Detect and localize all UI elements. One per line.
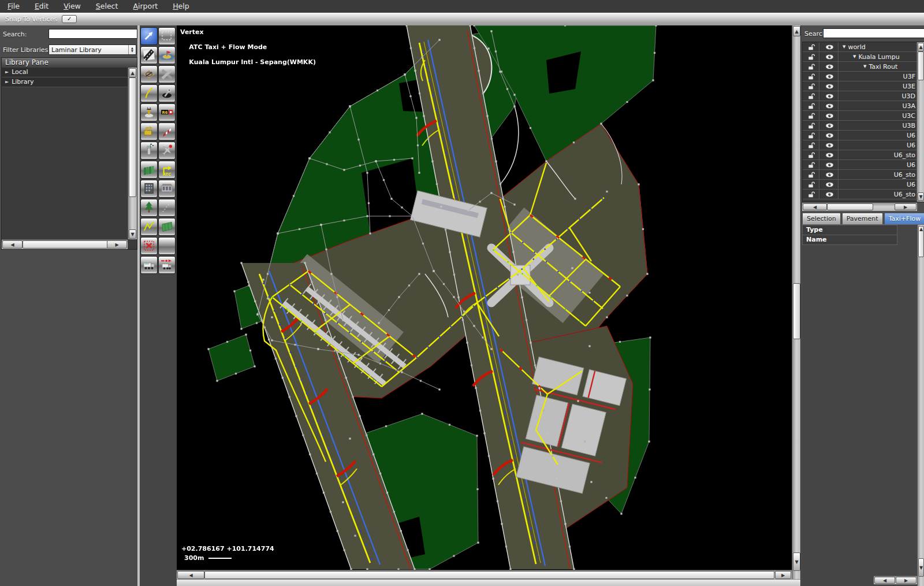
scroll-up-button[interactable]: ▲ [129, 68, 136, 77]
visibility-toggle[interactable] [820, 140, 839, 150]
menu-help[interactable]: Help [165, 0, 197, 13]
lock-toggle[interactable] [803, 121, 820, 130]
hierarchy-row-u6-sto[interactable]: U6_sto [803, 190, 917, 199]
visibility-toggle[interactable] [820, 150, 839, 160]
runway-tool[interactable] [140, 46, 158, 64]
lock-toggle[interactable] [803, 160, 820, 169]
scroll-right-button[interactable]: ▶ [107, 240, 127, 249]
expanded-arrow-icon[interactable]: ▼ [843, 44, 845, 49]
lock-toggle[interactable] [803, 180, 820, 189]
hierarchy-row-u6[interactable]: U6 [803, 160, 917, 170]
hierarchy-row-taxi-rout[interactable]: ▼Taxi Rout [803, 62, 917, 72]
expanded-arrow-icon[interactable]: ▼ [853, 54, 856, 59]
forest-tool[interactable] [140, 199, 158, 217]
scroll-down-button[interactable]: ▼ [793, 552, 800, 571]
scroll-right-button[interactable]: ▶ [895, 203, 916, 210]
lock-toggle[interactable] [803, 52, 820, 61]
lock-toggle[interactable] [803, 140, 820, 150]
tab-pavement[interactable]: Pavement [842, 213, 883, 224]
visibility-toggle[interactable] [820, 42, 839, 51]
lock-toggle[interactable] [803, 111, 820, 120]
light-fixture-tool[interactable] [140, 103, 158, 121]
exclusion-zone-tool[interactable] [140, 237, 158, 255]
hierarchy-row-u3c[interactable]: U3C [803, 111, 917, 121]
scroll-right-button[interactable]: ▶ [775, 571, 791, 579]
sign-tool[interactable]: R6 [158, 103, 176, 121]
snap-to-vertices-checkbox[interactable]: ✓ [62, 15, 77, 23]
vscroll-thumb[interactable] [918, 51, 924, 80]
hierarchy-row-u3b[interactable]: U3B [803, 121, 917, 131]
lock-toggle[interactable] [803, 131, 820, 140]
menu-airport[interactable]: Airport [125, 0, 165, 13]
scroll-down-button[interactable]: ▼ [918, 558, 924, 577]
tab-taxi-flow[interactable]: Taxi+Flow [884, 213, 924, 224]
hierarchy-row-u6-sto[interactable]: U6_sto [803, 150, 917, 160]
hscroll-thumb[interactable] [827, 203, 873, 210]
lock-toggle[interactable] [803, 101, 820, 110]
hierarchy-row-u6-sto[interactable]: U6_sto [803, 170, 917, 180]
lock-toggle[interactable] [803, 81, 820, 91]
scroll-up-button[interactable]: ▲ [793, 26, 800, 36]
lock-toggle[interactable] [803, 170, 820, 179]
menu-file[interactable]: File [0, 0, 27, 13]
hierarchy-row-u6[interactable]: U6 [803, 180, 917, 190]
library-tree-item-local[interactable]: ►Local [2, 68, 128, 77]
library-search-input[interactable] [49, 29, 137, 39]
expanded-arrow-icon[interactable]: ▼ [863, 64, 866, 69]
hscroll-thumb[interactable] [204, 571, 774, 579]
visibility-toggle[interactable] [820, 131, 839, 140]
collapsed-arrow-icon[interactable]: ► [5, 77, 9, 87]
visibility-toggle[interactable] [820, 81, 839, 91]
dropdown-spinner-icon[interactable]: ▲▼ [128, 45, 136, 54]
hierarchy-row-u3a[interactable]: U3A [803, 101, 917, 111]
hierarchy-row-u3d[interactable]: U3D [803, 91, 917, 101]
vscroll-thumb[interactable]: ▲ [918, 226, 924, 257]
lock-toggle[interactable] [803, 72, 820, 81]
hierarchy-hscrollbar[interactable]: ◀ ▶ [802, 202, 917, 211]
scroll-left-button[interactable]: ◀ [2, 240, 23, 249]
hole-tool[interactable] [158, 84, 176, 102]
lock-toggle[interactable] [803, 91, 820, 101]
visibility-toggle[interactable] [820, 101, 839, 110]
filter-libraries-dropdown[interactable]: Laminar Library ▲▼ [49, 44, 136, 55]
hierarchy-row-u6[interactable]: U6 [803, 131, 917, 140]
draped-polygon-tool[interactable] [158, 218, 176, 236]
scroll-left-button[interactable]: ◀ [803, 203, 827, 210]
visibility-toggle[interactable] [820, 190, 839, 199]
visibility-toggle[interactable] [820, 170, 839, 179]
inspector-hscrollbar[interactable]: ◀ ▶ [874, 576, 917, 584]
visibility-toggle[interactable] [820, 160, 839, 169]
helipad-tool[interactable] [140, 65, 158, 83]
scroll-right-button[interactable]: ▶ [896, 577, 916, 584]
marquee-tool[interactable] [158, 27, 176, 45]
tab-selection[interactable]: Selection [802, 213, 841, 224]
sealane-tool[interactable] [158, 46, 176, 64]
scroll-down-button[interactable]: ▼ [129, 229, 136, 239]
hierarchy-vscrollbar[interactable]: ▲ ▼ [916, 42, 924, 202]
hierarchy-row-u3f[interactable]: U3F [803, 72, 917, 81]
hscroll-thumb[interactable] [23, 240, 108, 249]
visibility-toggle[interactable] [820, 52, 839, 61]
hierarchy-search-input[interactable] [823, 28, 924, 38]
map-canvas[interactable]: Vertex ATC Taxi + Flow Mode Kuala Lumpur… [177, 25, 792, 570]
facade-tool[interactable] [140, 161, 158, 179]
ramp-start-tool[interactable] [140, 123, 158, 140]
map-vscrollbar[interactable]: ▲ ▼ [792, 25, 801, 579]
string-tool[interactable] [158, 199, 176, 217]
hierarchy-row-world[interactable]: ▼world [803, 42, 917, 52]
map-hscrollbar[interactable]: ◀ ▶ [177, 570, 792, 580]
menu-select[interactable]: Select [88, 0, 126, 13]
ramp-aircraft-tool[interactable] [158, 142, 176, 160]
truck-parking-tool[interactable] [140, 256, 158, 274]
visibility-toggle[interactable] [820, 62, 839, 71]
building-tool[interactable] [140, 180, 158, 198]
lock-toggle[interactable] [803, 150, 820, 160]
library-tree-item-library[interactable]: ►Library [2, 77, 128, 87]
vscroll-thumb[interactable] [793, 283, 800, 339]
vertex-tool[interactable] [140, 27, 158, 45]
visibility-toggle[interactable] [820, 111, 839, 120]
windsock-tool[interactable] [158, 123, 176, 140]
airport-line-tool[interactable] [140, 84, 158, 102]
scroll-down-button[interactable]: ▼ [918, 192, 924, 201]
object-tool[interactable] [158, 180, 176, 198]
